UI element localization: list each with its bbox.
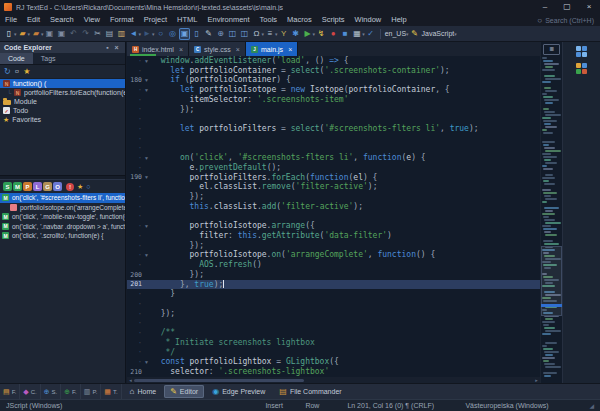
redo-icon[interactable]: ↷ [80, 28, 91, 40]
function-list-item[interactable]: Mon('click', '.scrollto', function(e) { [0, 231, 125, 241]
document-edit-icon[interactable]: ✎ [203, 28, 214, 40]
code-line[interactable]: · [127, 143, 540, 153]
search-replace-icon[interactable]: ◎ [167, 28, 178, 40]
panel-tab-1[interactable]: ◆C. [20, 384, 40, 400]
maximize-button[interactable]: ▢ [556, 0, 578, 14]
menu-file[interactable]: File [0, 14, 22, 26]
menu-scripts[interactable]: Scripts [317, 14, 350, 26]
fold-marker-icon[interactable]: ▼ [142, 223, 151, 229]
tab-tags[interactable]: Tags [33, 53, 64, 64]
run-script-icon[interactable]: ▶ [302, 28, 313, 40]
code-line[interactable]: · let portfolioContainer = select('.scre… [127, 66, 540, 76]
run-tool-icon[interactable]: ✱ [290, 28, 301, 40]
refresh-icon[interactable]: ↻ [4, 67, 11, 77]
search-icon[interactable]: ○ [86, 183, 90, 190]
code-line[interactable]: 190▼ portfolioFilters.forEach(function(e… [127, 173, 540, 183]
spell-language-select[interactable]: en_US [385, 30, 406, 37]
menu-html[interactable]: HTML [172, 14, 202, 26]
status-wrap-mode[interactable]: Row [305, 402, 347, 409]
editor-tab-style-css[interactable]: Cstyle.css× [189, 42, 246, 56]
quick-run-icon[interactable]: ↯ [316, 28, 327, 40]
panel-tab-2[interactable]: ⊕S. [41, 384, 62, 400]
function-list-item[interactable]: Mon('click', '#screenshots-flters li', f… [0, 193, 125, 203]
favorites-icon[interactable]: ★ [77, 183, 83, 191]
close-icon[interactable]: × [112, 44, 121, 51]
code-line[interactable]: · }); [127, 309, 540, 319]
panel-tab-4[interactable]: ▥P. [81, 384, 102, 400]
code-line[interactable]: · }); [127, 192, 540, 202]
panel-tab-5[interactable]: ▦T. [101, 384, 121, 400]
menu-view[interactable]: View [79, 14, 105, 26]
menu-window[interactable]: Window [350, 14, 387, 26]
insert-table-icon[interactable]: ▦ [352, 28, 363, 40]
function-list-item[interactable]: Mon('click', '.navbar .dropdown > a', fu… [0, 222, 125, 232]
menu-environment[interactable]: Environment [202, 14, 254, 26]
code-line[interactable]: · el.classList.remove('filter-active'); [127, 182, 540, 192]
filter-l-button[interactable]: L [33, 182, 42, 191]
filter-p-button[interactable]: P [23, 182, 32, 191]
record-macro-icon[interactable]: ● [328, 28, 339, 40]
close-button[interactable]: × [578, 0, 600, 14]
code-line[interactable]: · [127, 114, 540, 124]
code-line[interactable]: · let portfolioFilters = select('#screen… [127, 124, 540, 134]
errors-icon[interactable]: ! [66, 183, 74, 191]
menu-edit[interactable]: Edit [22, 14, 45, 26]
syntax-mode-dropdown-icon[interactable]: ▾ [454, 31, 457, 37]
pin-icon[interactable]: ▪ [103, 44, 112, 51]
menu-search[interactable]: Search [45, 14, 79, 26]
code-line[interactable]: · [127, 212, 540, 222]
tab-close-icon[interactable]: × [179, 46, 183, 53]
tab-close-icon[interactable]: × [236, 46, 240, 53]
view-tab-file-commander[interactable]: ▤File Commander [273, 385, 347, 398]
code-line[interactable]: · } [127, 289, 540, 299]
syntax-suggest-icon[interactable]: Y [278, 28, 289, 40]
code-line[interactable]: · }); [127, 105, 540, 115]
menu-format[interactable]: Format [105, 14, 139, 26]
fold-marker-icon[interactable]: ▼ [142, 87, 151, 93]
navigate-back-icon[interactable]: ◄ [128, 28, 139, 40]
code-line[interactable]: · * Initiate screenshots lightbox [127, 338, 540, 348]
code-line[interactable]: 200 }); [127, 270, 540, 280]
code-line[interactable]: ·▼ on('click', '#screenshots-flters li',… [127, 153, 540, 163]
spell-check-icon[interactable]: ✓ [365, 28, 376, 40]
save-icon[interactable]: ▣ [44, 28, 55, 40]
open-remote-icon[interactable]: ▰ [31, 28, 42, 40]
function-list-item[interactable]: Mon('click', '.mobile-nav-toggle', funct… [0, 212, 125, 222]
panel-tab-0[interactable]: ▤F. [0, 384, 20, 400]
navigate-back-dropdown-icon[interactable]: ▾ [139, 31, 142, 37]
code-line[interactable]: · [127, 318, 540, 328]
filter-g-button[interactable]: G [43, 182, 52, 191]
scrollbar-thumb[interactable] [134, 379, 304, 382]
layout-grid-icon[interactable] [576, 46, 587, 57]
menu-tools[interactable]: Tools [255, 14, 283, 26]
settings-icon[interactable]: ¤ [15, 67, 19, 77]
status-syntax[interactable]: JScript (Windows) [6, 402, 265, 409]
code-line[interactable]: ·▼ window.addEventListener('load', () =>… [127, 56, 540, 66]
code-line[interactable]: · AOS.refresh() [127, 260, 540, 270]
special-characters-icon[interactable]: Ω [251, 28, 262, 40]
navigate-forward-icon[interactable]: ► [142, 28, 153, 40]
filter-o-button[interactable]: O [53, 182, 62, 191]
syntax-mode-select[interactable]: JavaScript [422, 30, 455, 37]
tree-item[interactable]: └NportfolioFilters.forEach(function(el) … [0, 88, 125, 97]
fold-marker-icon[interactable]: ▼ [142, 359, 151, 365]
menu-macros[interactable]: Macros [282, 14, 317, 26]
code-editor[interactable]: ·▼ window.addEventListener('load', () =>… [127, 56, 540, 377]
code-line[interactable]: ·▼ const portfolioLightbox = GLightbox({ [127, 357, 540, 367]
menu-project[interactable]: Project [139, 14, 172, 26]
run-script-dropdown-icon[interactable]: ▾ [313, 31, 316, 37]
minimize-button[interactable]: – [534, 0, 556, 14]
paste-icon[interactable]: ▥ [116, 28, 127, 40]
open-file-dropdown-icon[interactable]: ▾ [28, 31, 31, 37]
fold-marker-icon[interactable]: ▼ [142, 252, 151, 258]
pen-icon[interactable]: ✎ [409, 28, 420, 40]
filter-s-button[interactable]: S [3, 182, 12, 191]
save-all-icon[interactable]: ▣ [56, 28, 67, 40]
code-line[interactable]: 180▼ if (portfolioContainer) { [127, 75, 540, 85]
document-panel-icon[interactable]: ▯ [191, 28, 202, 40]
copy-icon[interactable]: ▤ [104, 28, 115, 40]
search-icon[interactable]: ○ [155, 28, 166, 40]
resize-grip-icon[interactable]: ◢ [589, 402, 594, 409]
fold-marker-icon[interactable]: ▼ [142, 58, 151, 64]
code-line[interactable]: · /** [127, 328, 540, 338]
